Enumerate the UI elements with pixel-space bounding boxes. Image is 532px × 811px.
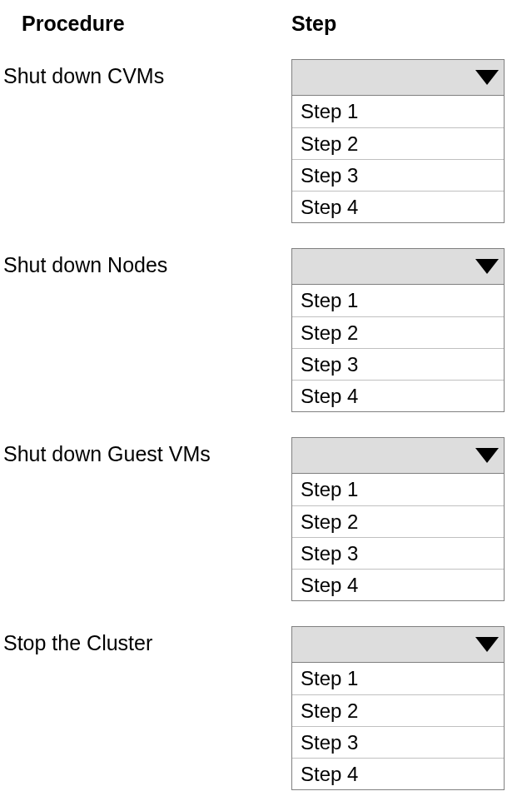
dropdown-toggle[interactable] [291,248,505,285]
dropdown-option[interactable]: Step 3 [292,537,504,569]
dropdown-option[interactable]: Step 3 [292,159,504,191]
step-dropdown: Step 1 Step 2 Step 3 Step 4 [291,59,505,223]
dropdown-list: Step 1 Step 2 Step 3 Step 4 [291,474,505,601]
dropdown-option[interactable]: Step 4 [292,569,504,600]
dropdown-option[interactable]: Step 3 [292,348,504,380]
dropdown-option[interactable]: Step 2 [292,505,504,537]
procedure-header: Procedure [22,12,125,35]
dropdown-list: Step 1 Step 2 Step 3 Step 4 [291,663,505,790]
dropdown-option[interactable]: Step 1 [292,96,504,127]
step-dropdown: Step 1 Step 2 Step 3 Step 4 [291,248,505,412]
chevron-down-icon [475,259,499,274]
step-dropdown: Step 1 Step 2 Step 3 Step 4 [291,437,505,601]
dropdown-option[interactable]: Step 1 [292,285,504,316]
dropdown-option[interactable]: Step 1 [292,663,504,694]
procedure-label: Shut down CVMs [0,59,291,88]
dropdown-option[interactable]: Step 4 [292,191,504,222]
dropdown-option[interactable]: Step 3 [292,726,504,758]
step-dropdown: Step 1 Step 2 Step 3 Step 4 [291,626,505,790]
chevron-down-icon [475,448,499,463]
dropdown-toggle[interactable] [291,437,505,474]
dropdown-list: Step 1 Step 2 Step 3 Step 4 [291,285,505,412]
procedure-label: Stop the Cluster [0,626,291,655]
chevron-down-icon [475,70,499,85]
dropdown-option[interactable]: Step 2 [292,316,504,348]
header-row: Procedure Step [0,8,532,36]
procedure-row: Shut down CVMs Step 1 Step 2 Step 3 Step… [0,59,532,223]
dropdown-option[interactable]: Step 4 [292,380,504,411]
dropdown-option[interactable]: Step 2 [292,127,504,159]
dropdown-list: Step 1 Step 2 Step 3 Step 4 [291,96,505,223]
procedure-label: Shut down Guest VMs [0,437,291,466]
procedure-row: Stop the Cluster Step 1 Step 2 Step 3 St… [0,626,532,790]
dropdown-toggle[interactable] [291,59,505,96]
chevron-down-icon [475,637,499,652]
dropdown-option[interactable]: Step 2 [292,694,504,726]
dropdown-option[interactable]: Step 1 [292,474,504,505]
step-header: Step [291,12,336,35]
procedure-row: Shut down Nodes Step 1 Step 2 Step 3 Ste… [0,248,532,412]
dropdown-option[interactable]: Step 4 [292,758,504,789]
dropdown-toggle[interactable] [291,626,505,663]
procedure-label: Shut down Nodes [0,248,291,277]
procedure-row: Shut down Guest VMs Step 1 Step 2 Step 3… [0,437,532,601]
